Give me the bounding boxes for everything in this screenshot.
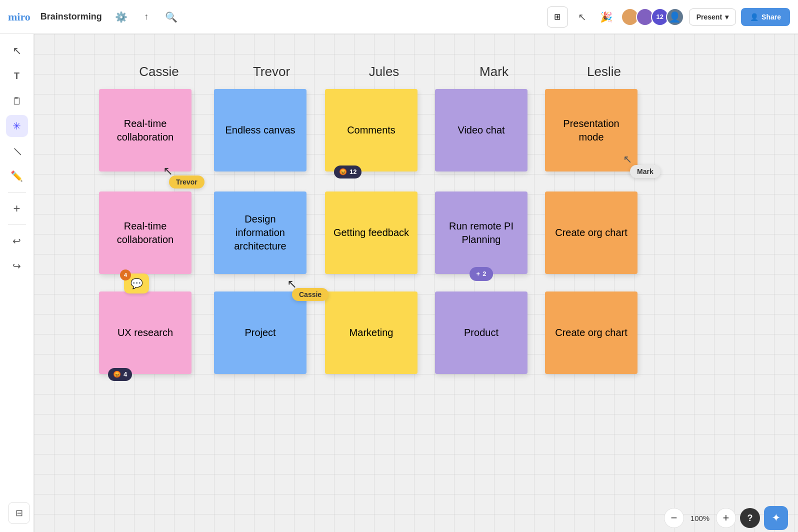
- sticky-project[interactable]: Project: [214, 292, 306, 374]
- share-label: Share: [762, 13, 781, 21]
- sticky-text: Getting feedback: [334, 226, 409, 240]
- canvas[interactable]: Cassie Trevor Jules Mark Leslie Real-tim…: [34, 34, 798, 532]
- zoom-level: 100%: [688, 514, 712, 522]
- sidebar-divider: [8, 192, 26, 192]
- column-header-trevor: Trevor: [216, 64, 326, 80]
- line-tool[interactable]: |: [1, 136, 32, 166]
- help-button[interactable]: ?: [740, 508, 760, 528]
- badge-count: 2: [482, 270, 486, 278]
- sticky-tool[interactable]: 🗒: [6, 90, 28, 112]
- select-tool[interactable]: ↖: [6, 40, 28, 62]
- sidebar: ↖ T 🗒 ✳ | ✏️ + ↩ ↪: [0, 34, 34, 532]
- sticky-text: UX research: [118, 326, 173, 340]
- sticky-text: Project: [244, 326, 276, 340]
- sticky-endless-canvas[interactable]: Endless canvas: [214, 89, 306, 172]
- column-header-mark: Mark: [439, 64, 549, 80]
- cursor-mode-button[interactable]: ↖: [573, 8, 592, 26]
- comment-count: 4: [120, 270, 131, 280]
- sticky-create-org-chart-2[interactable]: Create org chart: [545, 292, 638, 374]
- export-button[interactable]: ↑: [137, 8, 156, 26]
- magic-button[interactable]: ✦: [764, 506, 788, 530]
- sidebar-toggle-button[interactable]: ⊟: [8, 502, 30, 524]
- ux-emoji-badge[interactable]: 😡 4: [108, 368, 132, 381]
- plus-icon: +: [476, 270, 480, 278]
- present-button[interactable]: Present ▾: [689, 8, 736, 26]
- sticky-ux-research[interactable]: UX research 4 💬 😡 4: [99, 292, 192, 374]
- redo-button[interactable]: ↪: [6, 255, 28, 277]
- badge-count: 12: [350, 168, 356, 176]
- column-header-leslie: Leslie: [549, 64, 659, 80]
- sticky-real-time-collaboration-2[interactable]: Real-time collaboration: [99, 192, 192, 274]
- zoom-in-button[interactable]: +: [716, 508, 736, 528]
- emoji-icon: 😡: [113, 370, 121, 379]
- mark-cursor-label: Mark: [630, 165, 660, 178]
- collaborator-avatars: 12 👤: [621, 8, 684, 26]
- sidebar-divider-2: [8, 224, 26, 225]
- column-header-cassie: Cassie: [104, 64, 214, 80]
- reaction-button[interactable]: 🎉: [597, 8, 616, 26]
- share-icon: 👤: [750, 13, 758, 21]
- connections-tool[interactable]: ✳: [6, 115, 28, 137]
- sticky-text: Run remote PI Planning: [443, 220, 520, 246]
- share-button[interactable]: 👤 Share: [741, 8, 790, 26]
- settings-button[interactable]: ⚙️: [112, 8, 131, 26]
- sticky-text: Marketing: [350, 326, 394, 340]
- search-button[interactable]: 🔍: [162, 8, 181, 26]
- pi-plus-badge[interactable]: + 2: [470, 267, 494, 281]
- miro-logo: miro: [8, 10, 30, 24]
- cassie-cursor-label: Cassie: [292, 288, 328, 301]
- sticky-text: Presentation mode: [553, 117, 630, 144]
- badge-count: 4: [124, 370, 127, 379]
- undo-button[interactable]: ↩: [6, 230, 28, 252]
- present-label: Present: [696, 13, 722, 21]
- add-tool[interactable]: +: [6, 198, 28, 220]
- sticky-text: Comments: [347, 124, 396, 137]
- sticky-product[interactable]: Product: [435, 292, 528, 374]
- sticky-design-info-arch[interactable]: Design information architecture: [214, 192, 306, 274]
- sticky-text: Create org chart: [555, 326, 628, 340]
- sticky-real-time-collaboration-1[interactable]: Real-time collaboration: [99, 89, 192, 172]
- topbar: miro Brainstorming ⚙️ ↑ 🔍 ⊞ ↖ 🎉 12 👤 Pre…: [0, 0, 798, 34]
- trevor-cursor: ↖: [163, 164, 173, 178]
- comments-emoji-badge[interactable]: 😡 12: [334, 166, 362, 178]
- sticky-create-org-chart-1[interactable]: Create org chart: [545, 192, 638, 274]
- sticky-run-remote-pi[interactable]: Run remote PI Planning + 2: [435, 192, 528, 274]
- trevor-cursor-label: Trevor: [169, 176, 204, 188]
- sticky-text: Real-time collaboration: [107, 220, 184, 246]
- grid-layout-button[interactable]: ⊞: [547, 6, 568, 28]
- sticky-text: Design information architecture: [222, 212, 298, 253]
- text-tool[interactable]: T: [6, 65, 28, 87]
- sticky-marketing[interactable]: Marketing: [325, 292, 418, 374]
- comment-icon: 💬: [130, 277, 143, 290]
- sticky-comments[interactable]: Comments 😡 12: [325, 89, 418, 172]
- board-title[interactable]: Brainstorming: [36, 10, 106, 24]
- sticky-getting-feedback[interactable]: Getting feedback: [325, 192, 418, 274]
- sticky-text: Create org chart: [555, 226, 628, 240]
- mark-cursor: ↖: [623, 153, 632, 166]
- bottombar: − 100% + ? ✦: [654, 504, 798, 532]
- column-header-jules: Jules: [329, 64, 439, 80]
- sticky-text: Real-time collaboration: [107, 117, 184, 144]
- avatar-4: 👤: [666, 8, 684, 26]
- comment-bubble[interactable]: 4 💬: [124, 274, 149, 294]
- sticky-video-chat[interactable]: Video chat: [435, 89, 528, 172]
- emoji-icon: 😡: [339, 168, 347, 176]
- sticky-text: Video chat: [458, 124, 504, 137]
- sticky-text: Endless canvas: [225, 124, 295, 137]
- sticky-text: Product: [464, 326, 498, 340]
- chevron-down-icon: ▾: [725, 13, 728, 21]
- zoom-out-button[interactable]: −: [664, 508, 684, 528]
- pen-tool[interactable]: ✏️: [6, 165, 28, 187]
